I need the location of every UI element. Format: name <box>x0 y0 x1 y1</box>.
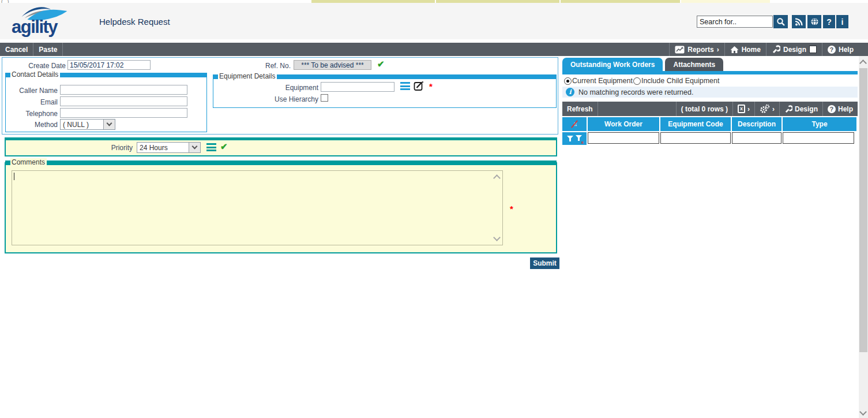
scroll-up-icon[interactable] <box>493 174 501 182</box>
toolbar-spacer <box>63 43 669 56</box>
tab-attachments[interactable]: Attachments <box>665 58 723 71</box>
scrollbar-thumb[interactable] <box>859 68 867 352</box>
home-button[interactable]: Home <box>724 43 766 56</box>
help-button[interactable]: ? <box>823 15 835 28</box>
gears-icon <box>760 104 770 114</box>
method-select[interactable]: ( NULL ) <box>60 119 115 130</box>
search-input[interactable] <box>697 16 773 28</box>
dropdown-arrow-box[interactable] <box>189 143 200 152</box>
column-label: Work Order <box>604 120 642 128</box>
priority-select[interactable]: 24 Hours <box>137 142 201 153</box>
ref-no-input <box>294 60 371 70</box>
legend-bar <box>47 161 557 165</box>
search-icon <box>776 17 786 27</box>
app-header: agility Helpdesk Request <box>0 3 868 39</box>
column-header-equipment-code[interactable]: Equipment Code <box>660 117 731 131</box>
info-icon: i <box>841 17 844 27</box>
include-child-equipment-radio[interactable] <box>633 77 641 85</box>
dropdown-arrow-box[interactable] <box>103 120 115 129</box>
no-records-message-bar: i No matching records were returned. <box>562 87 858 98</box>
current-equipment-label: Current Equipment <box>572 77 633 85</box>
equipment-details-legend: Equipment Details <box>213 74 557 79</box>
column-label: Type <box>811 120 827 128</box>
excel-letter: x <box>740 106 743 111</box>
create-date-label: Create Date <box>14 62 66 70</box>
column-header-description[interactable]: Description <box>732 117 781 131</box>
equipment-scope-radios: Current Equipment Include Child Equipmen… <box>563 76 719 85</box>
scroll-down-icon[interactable] <box>493 234 501 241</box>
design-checkbox[interactable] <box>809 46 817 53</box>
submit-label: Submit <box>533 259 557 267</box>
search-button[interactable] <box>773 15 788 28</box>
chevron-down-icon <box>107 121 112 126</box>
equipment-lookup-button[interactable] <box>400 82 410 90</box>
help-circle-icon: ? <box>828 105 836 113</box>
globe-button[interactable] <box>807 15 821 28</box>
caller-name-input[interactable] <box>60 85 187 95</box>
request-form-container: Create Date Ref. No. ✔ Contact Details C… <box>2 57 558 135</box>
toolbar-help-button[interactable]: ? Help <box>822 43 859 56</box>
design-label: Design <box>783 46 806 54</box>
vertical-scrollbar[interactable] <box>859 56 868 418</box>
sort-toggle-header[interactable]: ↑↓ <box>562 117 587 131</box>
submenu-arrow-icon: › <box>717 46 719 54</box>
use-hierarchy-checkbox[interactable] <box>321 94 328 102</box>
filter-input-equipment-code[interactable] <box>660 132 731 144</box>
logo-text: agility <box>12 17 57 38</box>
legend-bar <box>60 73 207 77</box>
equipment-edit-button[interactable] <box>414 80 425 92</box>
report-chart-icon <box>675 46 685 54</box>
agility-logo[interactable]: agility <box>10 4 74 39</box>
filter-funnel-icon <box>566 135 574 142</box>
tab-label: Attachments <box>673 61 715 69</box>
filter-toggle-button[interactable]: x <box>562 132 587 145</box>
feed-button[interactable] <box>792 15 806 28</box>
equipment-input[interactable] <box>321 82 394 92</box>
grid-settings-button[interactable]: › <box>755 102 780 116</box>
priority-selected-value: 24 Hours <box>137 144 189 152</box>
comments-section: Comments * <box>5 162 557 253</box>
email-input[interactable] <box>60 96 187 106</box>
ref-no-valid-icon: ✔ <box>377 59 385 69</box>
rss-icon <box>795 18 803 26</box>
scrollbar-down-icon[interactable] <box>859 408 867 416</box>
help-label: Help <box>839 46 854 54</box>
comments-legend-text: Comments <box>10 158 47 166</box>
helpdesk-request-screen: (...) agility Helpdesk Request <box>0 0 868 418</box>
paste-button[interactable]: Paste <box>33 43 63 56</box>
comments-textarea[interactable] <box>12 170 503 245</box>
design-button[interactable]: Design <box>766 43 822 56</box>
refresh-button[interactable]: Refresh <box>562 102 598 116</box>
equipment-details-fieldset: Equipment Details Equipment * Use Hierar… <box>213 76 557 108</box>
grid-design-label: Design <box>795 105 818 113</box>
ref-no-label: Ref. No. <box>236 62 291 70</box>
include-child-equipment-label: Include Child Equipment <box>641 77 720 85</box>
comments-required-icon: * <box>510 204 513 214</box>
create-date-input[interactable] <box>67 60 151 70</box>
reports-button[interactable]: Reports › <box>669 43 724 56</box>
method-selected-value: ( NULL ) <box>61 121 103 129</box>
equipment-details-legend-text: Equipment Details <box>218 72 277 80</box>
export-excel-button[interactable]: x › <box>733 102 755 116</box>
column-header-work-order[interactable]: Work Order <box>588 117 659 131</box>
scrollbar-up-icon[interactable] <box>859 59 867 67</box>
current-equipment-radio[interactable] <box>564 77 572 85</box>
telephone-input[interactable] <box>60 108 187 118</box>
cancel-button[interactable]: Cancel <box>0 43 33 56</box>
equipment-required-icon: * <box>429 81 433 91</box>
grid-help-button[interactable]: ? Help <box>823 102 858 116</box>
filter-input-description[interactable] <box>732 132 781 144</box>
filter-input-type[interactable] <box>783 132 854 144</box>
priority-lookup-button[interactable] <box>206 143 216 151</box>
submenu-arrow-icon: › <box>772 105 775 113</box>
total-rows-text: ( total 0 rows ) <box>681 105 728 113</box>
grid-design-button[interactable]: Design <box>780 102 823 116</box>
info-button[interactable]: i <box>836 15 848 28</box>
filter-input-work-order[interactable] <box>588 132 659 144</box>
column-label: Equipment Code <box>668 120 723 128</box>
column-header-type[interactable]: Type <box>783 117 856 131</box>
tab-outstanding-work-orders[interactable]: Outstanding Work Orders <box>562 58 663 71</box>
chevron-down-icon <box>192 144 198 150</box>
submit-button[interactable]: Submit <box>530 257 559 269</box>
caller-name-label: Caller Name <box>6 87 58 95</box>
